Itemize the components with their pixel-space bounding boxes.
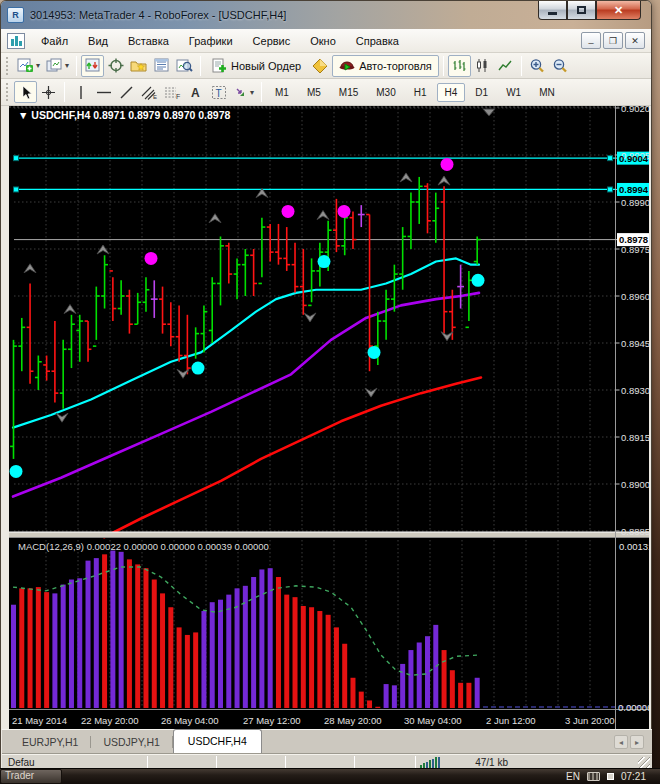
- menu-item-window[interactable]: Окно: [300, 31, 346, 51]
- tab-scroll-right-button[interactable]: ▸: [630, 735, 644, 749]
- profiles-button[interactable]: ▾: [43, 55, 72, 77]
- minimize-button[interactable]: [538, 1, 567, 20]
- timeframe-button-h4[interactable]: H4: [437, 83, 466, 102]
- cursor-tool-button[interactable]: [14, 81, 37, 103]
- zoom-in-button[interactable]: [526, 55, 549, 77]
- new-chart-button[interactable]: ▾: [14, 55, 43, 77]
- taskbar-app-button[interactable]: Trader: [0, 769, 62, 784]
- chart-client-area[interactable]: 0.90200.90050.89900.89750.89600.89450.89…: [9, 106, 649, 729]
- cyan-dot-icon: [192, 362, 205, 375]
- tab-scroll-right-icon: ▸: [635, 738, 639, 747]
- line-chart-mode-button[interactable]: [494, 55, 517, 77]
- candlestick-mode-button[interactable]: [471, 55, 494, 77]
- arrows-tool-button[interactable]: ▾: [230, 81, 257, 103]
- mdi-close-button[interactable]: ✕: [625, 32, 645, 49]
- profiles-dropdown-icon: ▾: [65, 61, 69, 70]
- timeframe-button-m30[interactable]: M30: [368, 83, 403, 102]
- terminal-list-icon: [154, 58, 170, 73]
- svg-text:2 Jun 12:00: 2 Jun 12:00: [486, 715, 536, 726]
- zoom-in-icon: [529, 58, 545, 73]
- timeframe-button-mn[interactable]: MN: [531, 83, 563, 102]
- crosshair-icon: [41, 85, 56, 100]
- toolbar-separator: [200, 56, 201, 76]
- vertical-line-tool-button[interactable]: [69, 81, 92, 103]
- zoom-out-icon: [552, 58, 568, 73]
- tab-scroll-left-button[interactable]: ◂: [614, 735, 628, 749]
- metaeditor-button[interactable]: [308, 55, 332, 77]
- fibonacci-tool-button[interactable]: F: [161, 81, 184, 103]
- timeframe-button-m5[interactable]: M5: [299, 83, 329, 102]
- menu-item-help[interactable]: Справка: [346, 31, 409, 51]
- menu-item-service[interactable]: Сервис: [243, 31, 301, 51]
- channel-tool-button[interactable]: E: [138, 81, 161, 103]
- status-divider: [216, 756, 217, 768]
- chart-window-icon[interactable]: [7, 33, 25, 49]
- taskbar-clock[interactable]: 07:21: [621, 769, 646, 784]
- svg-text:0.8975: 0.8975: [621, 244, 649, 255]
- menu-item-charts[interactable]: Графики: [179, 31, 243, 51]
- text-icon: A: [189, 85, 202, 100]
- timeframe-button-w1[interactable]: W1: [498, 83, 529, 102]
- arrows-dropdown-icon: ▾: [250, 88, 254, 97]
- vertical-line-icon: [75, 85, 87, 100]
- close-button[interactable]: ✕: [596, 1, 641, 20]
- svg-text:0.8885: 0.8885: [621, 526, 649, 537]
- timeframe-button-m15[interactable]: M15: [331, 83, 366, 102]
- mdi-minimize-button[interactable]: _: [581, 32, 601, 49]
- chart-tab-usdchf-h4[interactable]: USDCHF,H4: [173, 729, 262, 753]
- magenta-dot-icon: [282, 205, 295, 218]
- new-order-button[interactable]: Новый Ордер: [205, 55, 308, 77]
- tray-icon[interactable]: [607, 773, 614, 780]
- svg-text:21 May 2014: 21 May 2014: [12, 715, 67, 726]
- toolbar-grip[interactable]: [6, 57, 11, 75]
- system-tray: EN 07:21: [566, 769, 660, 784]
- status-profile: Defau: [2, 757, 147, 768]
- chart-canvas[interactable]: 0.90200.90050.89900.89750.89600.89450.89…: [9, 106, 649, 729]
- autotrading-button[interactable]: Авто-торговля: [332, 55, 439, 77]
- menu-item-view[interactable]: Вид: [78, 31, 118, 51]
- trendline-tool-button[interactable]: [115, 81, 138, 103]
- status-traffic: 47/1 kb: [444, 757, 514, 768]
- text-label-tool-button[interactable]: T: [207, 81, 230, 103]
- navigator-button[interactable]: [127, 55, 150, 77]
- maximize-button[interactable]: [567, 1, 596, 20]
- profiles-icon: [46, 58, 63, 73]
- svg-text:F: F: [176, 93, 180, 100]
- svg-text:22 May 20:00: 22 May 20:00: [81, 715, 139, 726]
- keyboard-icon[interactable]: [587, 772, 600, 781]
- chart-tab-eurjpy-h1[interactable]: EURJPY,H1: [10, 732, 90, 753]
- mdi-restore-button[interactable]: ❐: [603, 32, 623, 49]
- menu-item-insert[interactable]: Вставка: [118, 31, 179, 51]
- new-order-label: Новый Ордер: [231, 60, 301, 72]
- chart-tab-usdjpy-h1[interactable]: USDJPY,H1: [91, 732, 171, 753]
- minimize-icon: [548, 12, 557, 15]
- data-window-button[interactable]: [104, 55, 127, 77]
- timeframe-button-m1[interactable]: M1: [267, 83, 297, 102]
- desktop: R 3014953: MetaTrader 4 - RoboForex - [U…: [0, 0, 660, 784]
- fibonacci-icon: F: [164, 85, 181, 100]
- terminal-button[interactable]: [150, 55, 173, 77]
- title-bar[interactable]: R 3014953: MetaTrader 4 - RoboForex - [U…: [1, 1, 651, 29]
- bar-chart-mode-button[interactable]: [448, 55, 471, 77]
- menu-item-file[interactable]: Файл: [31, 31, 78, 51]
- metaeditor-diamond-icon: [311, 58, 329, 74]
- market-watch-icon: [85, 58, 101, 73]
- cursor-arrow-icon: [19, 85, 33, 100]
- strategy-tester-button[interactable]: [173, 55, 196, 77]
- svg-text:0.8915: 0.8915: [621, 432, 649, 443]
- menu-bar: ФайлВидВставкаГрафикиСервисОкноСправка _…: [1, 29, 651, 53]
- horizontal-line-tool-button[interactable]: [92, 81, 115, 103]
- magenta-dot-icon: [441, 158, 454, 171]
- text-tool-button[interactable]: A: [184, 81, 207, 103]
- timeframe-button-h1[interactable]: H1: [406, 83, 435, 102]
- crosshair-target-icon: [108, 58, 124, 73]
- toolbar-grip[interactable]: [6, 83, 11, 101]
- market-watch-button[interactable]: [81, 55, 104, 77]
- crosshair-tool-button[interactable]: [37, 81, 60, 103]
- timeframe-button-d1[interactable]: D1: [467, 83, 496, 102]
- svg-text:0.8994: 0.8994: [619, 184, 649, 195]
- chart-tab-bar: EURJPY,H1USDJPY,H1USDCHF,H4 ◂ ▸: [2, 729, 652, 753]
- zoom-out-button[interactable]: [549, 55, 572, 77]
- macd-label: MACD(12,26,9) 0.00022 0.00000 0.00000 0.…: [18, 541, 269, 552]
- language-indicator[interactable]: EN: [566, 771, 580, 782]
